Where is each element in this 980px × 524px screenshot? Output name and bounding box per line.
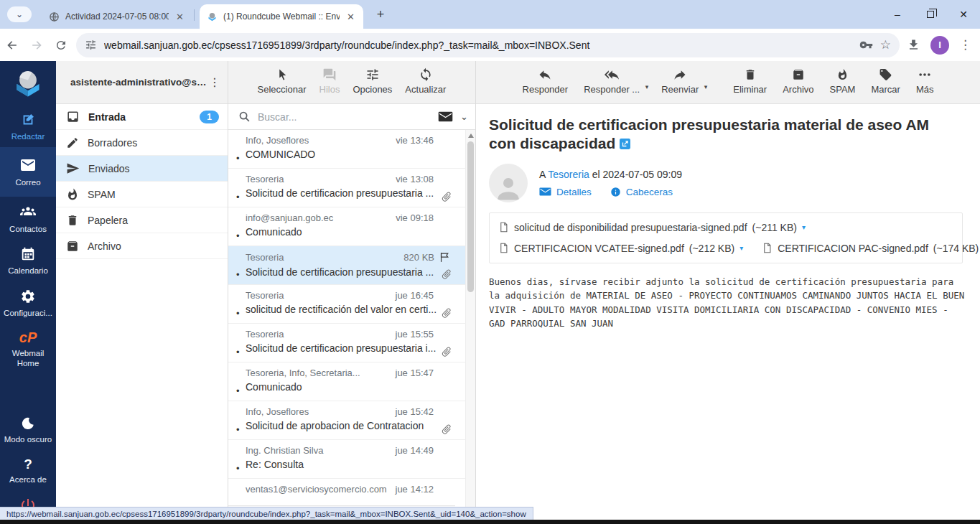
nav-item-configuracion[interactable]: Configuraci...	[0, 282, 56, 324]
headers-link[interactable]: Cabeceras	[610, 187, 673, 197]
browser-window: ⌄ Actividad 2024-07-05 08:00:00 ✕ (1) Ro…	[0, 0, 980, 524]
message-subject: COMUNICADO	[246, 149, 448, 160]
nav-item-correo[interactable]: Correo	[0, 147, 56, 196]
nav-item-acerca-de[interactable]: ? Acerca de	[0, 451, 56, 490]
search-options-chevron-icon[interactable]: ⌄	[460, 111, 468, 122]
refresh-button[interactable]	[49, 33, 73, 57]
message-rows: Info, Josefloresvie 13:46 • COMUNICADO T…	[228, 130, 465, 524]
tab-close-icon[interactable]: ✕	[345, 11, 356, 22]
caret-down-icon[interactable]: ▾	[645, 83, 649, 90]
subject-text: Solicitud de certificacion presupuestari…	[489, 116, 929, 151]
toolbar-label: Actualizar	[405, 84, 446, 95]
new-tab-button[interactable]: +	[372, 6, 389, 23]
reply-all-button[interactable]: Responder ... ▾	[582, 67, 641, 95]
password-key-icon[interactable]	[859, 38, 873, 52]
list-scrollbar[interactable]	[465, 130, 475, 524]
back-button[interactable]	[0, 33, 24, 57]
question-icon: ?	[24, 457, 32, 471]
scrollbar-thumb[interactable]	[467, 141, 474, 292]
forward-button-mail[interactable]: Reenviar ▾	[660, 67, 700, 95]
open-in-new-window-icon[interactable]	[620, 139, 630, 149]
message-subject: Solicitud de aprobacion de Contratacion	[246, 420, 448, 431]
browser-menu-kebab-icon[interactable]: ⋮	[959, 37, 971, 52]
message-row[interactable]: Tesoreria, Info, Secretaria...jue 15:47 …	[228, 362, 465, 401]
unread-dot: •	[236, 269, 240, 280]
folder-menu-kebab-icon[interactable]: ⋮	[209, 75, 220, 89]
attachment-size: (~211 KB)	[752, 222, 797, 233]
browser-tab-roundcube-active[interactable]: (1) Roundcube Webmail :: Envia ✕	[200, 4, 363, 29]
nav-item-calendario[interactable]: Calendario	[0, 240, 56, 281]
attachment-paperclip-icon	[441, 424, 452, 435]
spam-button[interactable]: SPAM	[829, 67, 857, 95]
threads-button[interactable]: Hilos	[318, 67, 342, 95]
details-label: Detalles	[556, 187, 592, 197]
more-button[interactable]: Más	[915, 67, 935, 95]
profile-avatar[interactable]: I	[930, 36, 949, 55]
folder-item-entrada[interactable]: Entrada 1	[56, 104, 228, 130]
folder-item-archivo[interactable]: Archivo	[56, 233, 228, 259]
attachment-menu-caret-icon[interactable]: ▾	[802, 223, 806, 231]
search-scope-mail-icon[interactable]	[438, 111, 453, 123]
attachment-name: CERTIFICACION PAC-signed.pdf	[778, 243, 928, 254]
app-nav-rail: Redactar Correo Contactos Calendario	[0, 61, 56, 524]
delete-button[interactable]: Eliminar	[732, 67, 768, 95]
reply-button[interactable]: Responder	[521, 67, 570, 95]
message-row[interactable]: Info, Josefloresjue 15:42 • Solicitud de…	[228, 401, 465, 440]
options-button[interactable]: Opciones	[351, 67, 393, 95]
tab-close-icon[interactable]: ✕	[174, 11, 185, 22]
mark-button[interactable]: Marcar	[869, 67, 901, 95]
message-row[interactable]: Ing. Christian Silvajue 14:49 • Re: Cons…	[228, 440, 465, 479]
attachment-item[interactable]: CERTIFICACION PAC-signed.pdf (~174 KB) ▾	[762, 242, 980, 254]
site-settings-icon[interactable]	[85, 39, 97, 51]
message-row-selected[interactable]: Tesoreria 820 KB • Solicitud de certific…	[228, 246, 465, 285]
scroll-up-arrow[interactable]	[468, 134, 474, 138]
toolbar-label: Marcar	[871, 84, 900, 95]
tab-search-button[interactable]: ⌄	[7, 6, 32, 22]
refresh-list-button[interactable]: Actualizar	[403, 67, 447, 95]
unread-badge: 1	[200, 111, 219, 123]
folder-item-spam[interactable]: SPAM	[56, 182, 228, 207]
forward-icon	[672, 67, 688, 82]
folder-item-borradores[interactable]: Borradores	[56, 130, 228, 156]
attachment-item[interactable]: solicitud de disponibilidad presupuestar…	[498, 221, 806, 233]
toolbar-label: Seleccionar	[258, 84, 307, 95]
message-date: jue 16:45	[396, 290, 434, 301]
attachment-size: (~174 KB)	[933, 243, 979, 254]
folder-label: Archivo	[88, 240, 219, 252]
browser-tab-activity[interactable]: Actividad 2024-07-05 08:00:00 ✕	[42, 4, 192, 29]
unread-dot: •	[236, 347, 240, 357]
nav-item-webmail-home[interactable]: cP Webmail Home	[0, 324, 56, 375]
url-text[interactable]: webmail.sanjuan.gob.ec/cpsess1716951899/…	[104, 39, 852, 51]
select-button[interactable]: Seleccionar	[256, 67, 308, 95]
unread-dot: •	[236, 385, 240, 396]
folder-item-enviados[interactable]: Enviados	[56, 156, 228, 182]
attachment-item[interactable]: CERTIFICACION VCATEE-signed.pdf (~212 KB…	[498, 242, 743, 254]
restore-button[interactable]	[914, 0, 947, 29]
recipient-link[interactable]: Tesoreria	[548, 169, 589, 180]
forward-button[interactable]	[24, 33, 49, 57]
message-row[interactable]: Info, Josefloresvie 13:46 • COMUNICADO	[228, 130, 465, 169]
browser-tabstrip: ⌄ Actividad 2024-07-05 08:00:00 ✕ (1) Ro…	[0, 0, 980, 29]
message-row[interactable]: info@sanjuan.gob.ecvie 09:18 • Comunicad…	[228, 207, 465, 246]
close-window-button[interactable]: ✕	[947, 0, 980, 29]
address-bar[interactable]: webmail.sanjuan.gob.ec/cpsess1716951899/…	[76, 33, 900, 57]
nav-label: Redactar	[11, 131, 45, 141]
folder-item-papelera[interactable]: Papelera	[56, 207, 228, 233]
search-input[interactable]	[258, 111, 431, 123]
minimize-button[interactable]: –	[881, 0, 914, 29]
message-view-panel: Responder Responder ... ▾ Reenviar ▾ Eli…	[476, 61, 980, 524]
message-row[interactable]: Tesoreriajue 16:45 • solicitud de rectif…	[228, 285, 465, 324]
details-link[interactable]: Detalles	[539, 187, 592, 197]
message-row[interactable]: Tesoreriajue 15:55 • Solicitud de certif…	[228, 324, 465, 362]
folder-label: Borradores	[88, 137, 219, 149]
nav-item-contactos[interactable]: Contactos	[0, 197, 56, 240]
archive-button[interactable]: Archivo	[781, 67, 815, 95]
message-body: Buenos dias, sírvase recibir adjunto la …	[489, 275, 966, 331]
caret-down-icon[interactable]: ▾	[704, 83, 708, 90]
bookmark-star-icon[interactable]: ☆	[880, 37, 891, 52]
nav-item-modo-oscuro[interactable]: Modo oscuro	[0, 410, 56, 450]
nav-item-redactar[interactable]: Redactar	[0, 106, 56, 147]
attachment-menu-caret-icon[interactable]: ▾	[739, 244, 743, 252]
downloads-icon[interactable]	[907, 38, 920, 52]
message-row[interactable]: Tesoreriavie 13:08 • Solicitud de certif…	[228, 169, 465, 207]
